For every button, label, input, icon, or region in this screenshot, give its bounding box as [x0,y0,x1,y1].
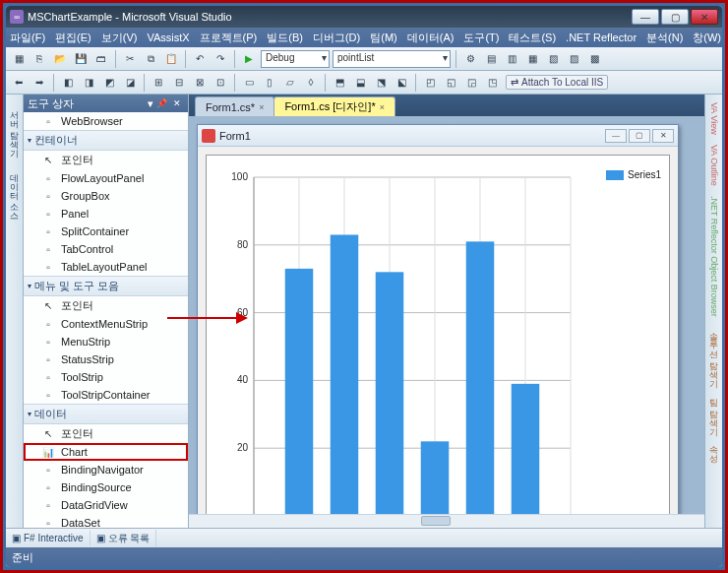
toolbox-item-chart[interactable]: 📊Chart [24,443,188,461]
side-tab[interactable]: 속성 [706,435,721,461]
t2a-icon[interactable]: ◧ [59,74,77,92]
tool7-icon[interactable]: ▩ [585,50,603,68]
open-icon[interactable]: 📂 [51,50,69,68]
cut-icon[interactable]: ✂ [121,50,139,68]
form-max-icon[interactable]: ▢ [629,129,650,143]
toolbox-item[interactable]: ▫DataGridView [24,496,188,514]
toolbox-item[interactable]: ↖포인터 [24,424,188,443]
tool4-icon[interactable]: ▦ [523,50,541,68]
bottom-tab[interactable]: ▣오류 목록 [91,530,157,547]
t2p-icon[interactable]: ⬕ [393,74,410,92]
toolbox-item[interactable]: ▫GroupBox [24,187,188,205]
document-tab[interactable]: Form1.cs*× [195,96,274,116]
menu-item[interactable]: 빌드(B) [267,31,303,45]
new-project-icon[interactable]: ▦ [10,50,28,68]
pin-icon[interactable]: 📌 [153,98,170,108]
toolbox-item[interactable]: ▫StatusStrip [24,350,188,368]
form-close-icon[interactable]: ✕ [652,129,674,143]
side-tab[interactable]: 서버 탐색기 [7,98,22,158]
toolbox-item[interactable]: ▫BindingNavigator [24,461,188,478]
toolbox-group-header[interactable]: 메뉴 및 도구 모음 [24,276,188,296]
menu-item[interactable]: 분석(N) [646,31,683,45]
toolbox-item[interactable]: ▫ToolStripContainer [24,386,188,404]
add-item-icon[interactable]: ⎘ [30,50,48,68]
save-icon[interactable]: 💾 [72,50,90,68]
toolbox-item[interactable]: ▫WebBrowser [24,112,188,130]
nav-back-icon[interactable]: ⬅ [10,74,28,92]
form-window[interactable]: Form1 — ▢ ✕ Series1 2040608010012345678 [197,124,679,514]
toolbox-item[interactable]: ▫TableLayoutPanel [24,258,188,276]
t2l-icon[interactable]: ◊ [302,74,320,92]
t2g-icon[interactable]: ⊠ [191,74,209,92]
t2b-icon[interactable]: ◨ [80,74,97,92]
toolbox-item[interactable]: ▫BindingSource [24,478,188,496]
chart-control[interactable]: Series1 2040608010012345678 [206,155,670,514]
undo-icon[interactable]: ↶ [191,50,209,68]
t2m-icon[interactable]: ⬒ [331,74,348,92]
t2i-icon[interactable]: ▭ [240,74,258,92]
side-tab[interactable]: 데이터 소스 [7,161,22,221]
side-tab[interactable]: VA View [708,98,720,139]
tool2-icon[interactable]: ▤ [482,50,500,68]
t2o-icon[interactable]: ⬔ [372,74,390,92]
side-tab[interactable]: .NET Reflector Object Browser [708,192,720,321]
menu-item[interactable]: 테스트(S) [509,31,556,45]
toolbox-group-header[interactable]: 컨테이너 [24,130,188,151]
toolbox-item[interactable]: ▫ToolStrip [24,368,188,386]
document-tab[interactable]: Form1.cs [디자인]*× [273,96,395,116]
side-tab[interactable]: VA Outline [708,141,720,190]
t2n-icon[interactable]: ⬓ [351,74,369,92]
redo-icon[interactable]: ↷ [212,50,229,68]
menu-item[interactable]: 데이터(A) [407,31,455,45]
close-button[interactable]: ✕ [691,9,718,25]
maximize-button[interactable]: ▢ [661,9,689,25]
toolbox-item[interactable]: ▫FlowLayoutPanel [24,169,188,187]
t2c-icon[interactable]: ◩ [100,74,118,92]
tool5-icon[interactable]: ▧ [544,50,562,68]
t2e-icon[interactable]: ⊞ [150,74,167,92]
toolbox-item[interactable]: ▫SplitContainer [24,223,188,240]
toolbox-item[interactable]: ▫TabControl [24,240,188,258]
tool6-icon[interactable]: ▨ [565,50,582,68]
toolbox-item[interactable]: ↖포인터 [24,151,188,169]
target-combo[interactable]: pointList [333,50,451,68]
copy-icon[interactable]: ⧉ [142,50,159,68]
t2k-icon[interactable]: ▱ [281,74,299,92]
t2r-icon[interactable]: ◱ [442,74,459,92]
nav-fwd-icon[interactable]: ➡ [30,74,48,92]
tab-close-icon[interactable]: × [380,102,385,112]
h-scrollbar[interactable] [189,514,704,528]
close-panel-icon[interactable]: ✕ [170,98,184,108]
toolbox-item[interactable]: ▫ContextMenuStrip [24,315,188,333]
side-tab[interactable]: 팀 탐색기 [706,388,721,434]
t2f-icon[interactable]: ⊟ [170,74,188,92]
attach-iis-button[interactable]: ⇄Attach To Local IIS [506,75,608,90]
tool3-icon[interactable]: ▥ [503,50,520,68]
t2d-icon[interactable]: ◪ [121,74,139,92]
tab-close-icon[interactable]: × [259,102,264,112]
tool-icon[interactable]: ⚙ [461,50,479,68]
toolbox-item[interactable]: ▫MenuStrip [24,333,188,350]
menu-item[interactable]: 프로젝트(P) [200,31,258,45]
menu-item[interactable]: .NET Reflector [566,32,637,43]
menu-item[interactable]: 창(W) [693,31,721,45]
menu-item[interactable]: 파일(F) [10,31,45,45]
toolbox-item[interactable]: ↖포인터 [24,296,188,315]
t2q-icon[interactable]: ◰ [421,74,439,92]
config-combo[interactable]: Debug [261,50,330,68]
toolbox-item[interactable]: ▫DataSet [24,514,188,528]
side-tab[interactable]: 솔루션 탐색기 [706,322,721,386]
menu-item[interactable]: 보기(V) [101,31,138,45]
form-min-icon[interactable]: — [605,129,627,143]
t2h-icon[interactable]: ⊡ [212,74,229,92]
menu-item[interactable]: VAssistX [147,32,189,43]
t2t-icon[interactable]: ◳ [483,74,501,92]
minimize-button[interactable]: — [632,9,659,25]
menu-item[interactable]: 팀(M) [370,31,397,45]
bottom-tab[interactable]: ▣F# Interactive [6,531,91,545]
menu-item[interactable]: 편집(E) [55,31,91,45]
menu-item[interactable]: 디버그(D) [313,31,360,45]
t2j-icon[interactable]: ▯ [261,74,278,92]
toolbox-item[interactable]: ▫Panel [24,205,188,223]
paste-icon[interactable]: 📋 [162,50,180,68]
